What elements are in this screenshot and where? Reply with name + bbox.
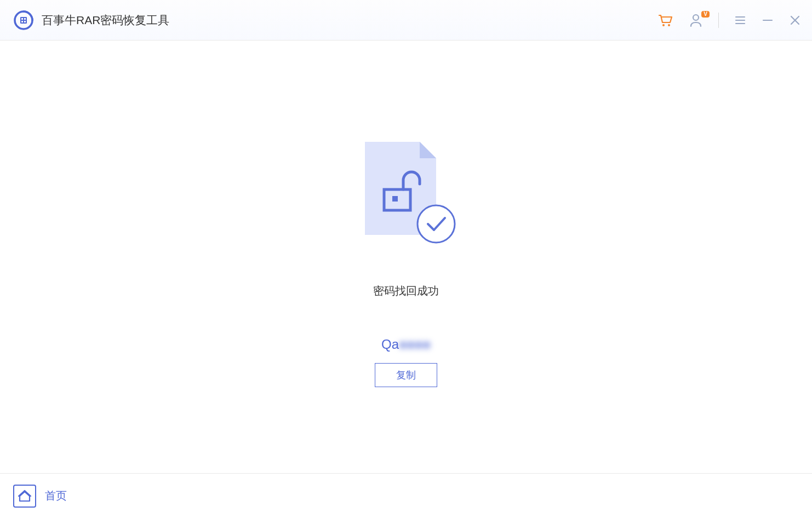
- user-icon: [689, 13, 703, 27]
- file-unlocked-icon: [354, 139, 458, 249]
- footer: 首页: [0, 473, 812, 518]
- password-hidden-suffix: ●●●●: [399, 337, 431, 352]
- home-label[interactable]: 首页: [45, 488, 67, 503]
- minimize-button[interactable]: [762, 14, 774, 26]
- menu-button[interactable]: [734, 14, 746, 26]
- svg-rect-1: [20, 17, 27, 24]
- minimize-icon: [762, 14, 774, 26]
- svg-rect-2: [21, 18, 23, 20]
- menu-icon: [734, 14, 746, 26]
- titlebar: 百事牛RAR密码恢复工具 V: [0, 0, 812, 41]
- user-button[interactable]: V: [689, 13, 703, 27]
- svg-rect-3: [24, 18, 26, 20]
- cart-button[interactable]: [657, 12, 673, 28]
- home-button[interactable]: [13, 485, 36, 508]
- home-icon: [18, 489, 32, 503]
- svg-point-17: [418, 205, 455, 243]
- svg-point-8: [693, 15, 699, 20]
- cart-icon: [657, 12, 673, 28]
- password-value: Qa●●●●: [381, 337, 431, 352]
- svg-point-6: [662, 24, 665, 26]
- copy-button[interactable]: 复制: [375, 363, 437, 387]
- vip-badge: V: [701, 11, 710, 18]
- close-icon: [789, 14, 801, 26]
- divider: [718, 13, 719, 28]
- svg-rect-4: [21, 21, 23, 22]
- close-button[interactable]: [789, 14, 801, 26]
- success-message: 密码找回成功: [373, 284, 439, 298]
- password-prefix: Qa: [381, 337, 399, 352]
- titlebar-right: V: [657, 12, 801, 28]
- svg-rect-16: [392, 196, 398, 202]
- result-icon-group: [354, 139, 458, 251]
- app-logo-icon: [13, 10, 34, 31]
- svg-point-7: [668, 24, 670, 26]
- main-content: 密码找回成功 Qa●●●● 复制: [0, 41, 812, 473]
- app-title: 百事牛RAR密码恢复工具: [42, 13, 169, 28]
- titlebar-left: 百事牛RAR密码恢复工具: [13, 10, 169, 31]
- svg-rect-5: [24, 21, 26, 22]
